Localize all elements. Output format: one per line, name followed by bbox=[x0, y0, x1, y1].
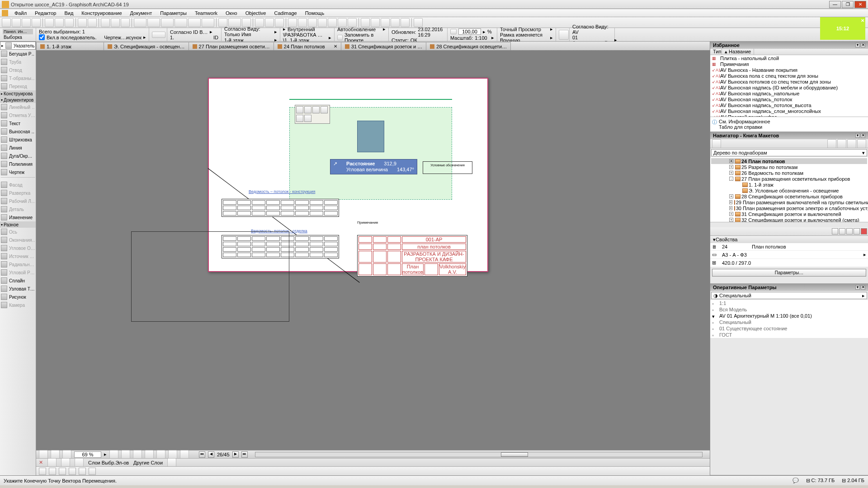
properties-header[interactable]: ▾ Свойства bbox=[710, 236, 868, 243]
tool-pointer[interactable]: ▸Указатель bbox=[0, 42, 36, 50]
tool-pipe[interactable]: Труба bbox=[0, 58, 36, 66]
tool-elevation[interactable]: Фасад bbox=[0, 181, 36, 189]
tool-line[interactable]: Линия bbox=[0, 144, 36, 152]
fav-min-icon[interactable]: ▾ bbox=[855, 43, 860, 47]
tool-angdim[interactable]: Угловой Р… bbox=[0, 268, 36, 277]
ops-min-icon[interactable]: ▾ bbox=[855, 285, 860, 290]
t2-icon[interactable] bbox=[298, 18, 307, 27]
nav-close-icon[interactable]: ✕ bbox=[861, 133, 865, 138]
cursor-icon[interactable] bbox=[218, 18, 227, 27]
tool-transition[interactable]: Переход bbox=[0, 82, 36, 90]
tool-tee[interactable]: Т-образны… bbox=[0, 74, 36, 82]
snap-icon[interactable] bbox=[228, 18, 241, 27]
fav-row[interactable]: ↙A1AV Выносная надпись_слои_многослойных bbox=[710, 108, 868, 114]
tool-marquee[interactable]: Бегущая Р… bbox=[0, 50, 36, 58]
lb2-icon[interactable] bbox=[61, 458, 70, 467]
tree-row[interactable]: +31 Спецификация розеток и выключателей bbox=[711, 211, 867, 217]
menu-teamwork[interactable]: Teamwork bbox=[191, 9, 221, 17]
pet-palette[interactable] bbox=[295, 105, 330, 124]
tree-row[interactable]: +32 Спецификация розеток и выключателей … bbox=[711, 217, 867, 222]
tool-light[interactable]: Источник … bbox=[0, 252, 36, 260]
canvas[interactable]: ↗Расстояние312,9 ↗Угловая величина143,47… bbox=[36, 51, 710, 450]
menu-cadimage[interactable]: Cadimage bbox=[270, 9, 300, 17]
mode3-icon[interactable] bbox=[161, 18, 174, 27]
qo5-icon[interactable] bbox=[79, 468, 86, 475]
qo3-icon[interactable] bbox=[59, 468, 66, 475]
menu-file[interactable]: Файл bbox=[11, 9, 30, 17]
tool-interior[interactable]: Развертка bbox=[0, 189, 36, 197]
tool-end[interactable]: Окончания… bbox=[0, 236, 36, 244]
t7-icon[interactable] bbox=[348, 18, 357, 27]
open-icon[interactable] bbox=[12, 18, 21, 27]
nt2-icon[interactable] bbox=[839, 228, 845, 235]
zoom-fit-icon[interactable] bbox=[51, 450, 60, 459]
fav-col-type[interactable]: Тип bbox=[710, 49, 722, 55]
fav-row[interactable]: ↙A1AV Выноска пола с спец текстом для зо… bbox=[710, 73, 868, 79]
qo4-icon[interactable] bbox=[69, 468, 76, 475]
z7-icon[interactable] bbox=[180, 450, 189, 459]
scale-input[interactable] bbox=[458, 28, 481, 35]
parameters-button[interactable]: Параметры… bbox=[712, 269, 866, 277]
nav-first-icon[interactable]: ⏮ bbox=[199, 451, 205, 458]
fav-row[interactable]: ▦Примечания bbox=[710, 61, 868, 67]
nt3-icon[interactable] bbox=[846, 228, 853, 235]
op-row[interactable]: ▫Специальный bbox=[710, 319, 868, 325]
favorites-list[interactable]: ▦Плитка - напольный слой▦Примечания↙A1AV… bbox=[710, 55, 868, 117]
z4-icon[interactable] bbox=[145, 450, 154, 459]
lasso-icon[interactable] bbox=[152, 32, 165, 38]
lb4-icon[interactable] bbox=[167, 458, 176, 467]
tree-row[interactable]: 1. 1-й этаж bbox=[711, 182, 867, 188]
nt1-icon[interactable] bbox=[832, 228, 838, 235]
tree-row[interactable]: +28 Спецификация осветительных приборов bbox=[711, 193, 867, 199]
op-row[interactable]: ▫1:1 bbox=[710, 300, 868, 306]
menu-view[interactable]: Вид bbox=[61, 9, 77, 17]
t6-icon[interactable] bbox=[338, 18, 347, 27]
toolgroup-misc[interactable]: Разное bbox=[0, 221, 36, 228]
fav-col-name[interactable]: ▴ Название bbox=[722, 49, 754, 55]
z5-icon[interactable] bbox=[156, 450, 165, 459]
qo6-icon[interactable] bbox=[89, 468, 96, 475]
menu-options[interactable]: Параметры bbox=[156, 9, 190, 17]
tool-bend[interactable]: Отвод bbox=[0, 66, 36, 74]
menu-document[interactable]: Документ bbox=[127, 9, 156, 17]
chat-icon[interactable]: 💬 bbox=[793, 478, 799, 483]
tool-hotspot[interactable]: Узловая Т… bbox=[0, 285, 36, 293]
grid2-icon[interactable] bbox=[265, 18, 274, 27]
tree-row[interactable]: +26 Ведомость по потолкам bbox=[711, 170, 867, 176]
menu-design[interactable]: Конструирование bbox=[78, 9, 125, 17]
menu-help[interactable]: Помощь bbox=[302, 9, 328, 17]
tree-row[interactable]: +25 Разрезы по потолкам bbox=[711, 164, 867, 170]
nav-mode-icon[interactable] bbox=[712, 139, 721, 148]
include-checkbox[interactable] bbox=[39, 34, 45, 40]
menu-window[interactable]: Окно bbox=[222, 9, 241, 17]
tool-radial[interactable]: Радиальн… bbox=[0, 260, 36, 268]
tool-c-icon[interactable] bbox=[121, 18, 130, 27]
tool-fill[interactable]: Штриховка bbox=[0, 136, 36, 144]
nav-book-icon[interactable] bbox=[847, 139, 856, 148]
paste-icon[interactable] bbox=[65, 18, 74, 27]
minimize-button[interactable]: — bbox=[829, 1, 841, 8]
nav-home-icon[interactable] bbox=[827, 139, 836, 148]
tool-a-icon[interactable] bbox=[101, 18, 110, 27]
fav-row[interactable]: ↙A1AV Выносная надпись (ID мебели и обор… bbox=[710, 84, 868, 90]
scale-icon[interactable] bbox=[450, 29, 457, 34]
new-icon[interactable] bbox=[2, 18, 11, 27]
lb1-icon[interactable] bbox=[47, 458, 57, 467]
tool-axis[interactable]: Ось bbox=[0, 228, 36, 236]
tab-spec28[interactable]: 28 Спецификация освещети… bbox=[426, 42, 511, 50]
pet-move-icon[interactable] bbox=[296, 106, 303, 113]
t1-icon[interactable] bbox=[288, 18, 297, 27]
c3-icon[interactable] bbox=[381, 18, 390, 27]
hscrollbar[interactable] bbox=[255, 452, 703, 457]
zoom-prev-icon[interactable] bbox=[62, 450, 71, 459]
tab-close-icon[interactable]: ✕ bbox=[334, 44, 337, 49]
store-icon[interactable] bbox=[337, 35, 343, 40]
mode4-icon[interactable] bbox=[175, 18, 187, 27]
t3-icon[interactable] bbox=[308, 18, 317, 27]
fav-row[interactable]: ↙A1AV Выноска - Название покрытия bbox=[710, 67, 868, 73]
zoom-opts-icon[interactable] bbox=[39, 450, 48, 459]
mode2-icon[interactable] bbox=[147, 18, 160, 27]
navigator-tree[interactable]: +24 План потолков+25 Разрезы по потолкам… bbox=[710, 157, 868, 222]
draw-dropdown[interactable]: Чертеж…исунок bbox=[104, 35, 142, 40]
tool-b-icon[interactable] bbox=[111, 18, 120, 27]
